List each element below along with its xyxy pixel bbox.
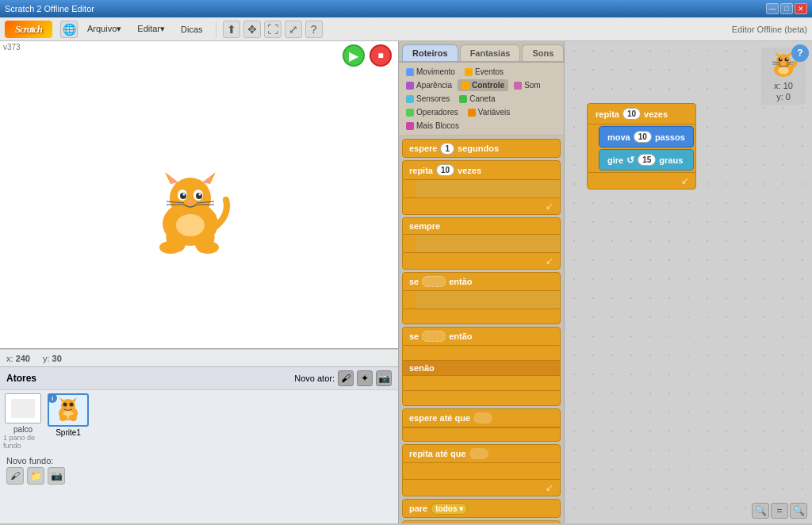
titlebar: Scratch 2 Offline Editor — □ ✕: [0, 0, 812, 17]
sprite-x-coord: x: 10: [774, 81, 793, 90]
caneta-dot: [459, 95, 467, 103]
svg-point-20: [197, 241, 219, 254]
block-se-entao-senao[interactable]: se então senão: [402, 327, 561, 406]
language-button[interactable]: 🌐: [60, 21, 78, 38]
help-icon[interactable]: ?: [305, 21, 323, 38]
svg-point-10: [183, 194, 186, 196]
stage-controls: ▶ ■: [343, 44, 392, 67]
cat-sprite[interactable]: [143, 168, 238, 255]
mais-blocos-dot: [406, 122, 414, 130]
stage-thumbnail[interactable]: palco 1 pano de fundo: [3, 393, 43, 450]
svg-rect-22: [11, 399, 35, 418]
aparencia-dot: [406, 82, 414, 90]
actors-header: Atores Novo ator: 🖌 ✦ 📷: [0, 367, 398, 390]
svg-point-28: [70, 403, 74, 407]
block-sempre[interactable]: sempre ↙: [402, 217, 561, 270]
paint-fundo-button[interactable]: 🖌: [6, 467, 24, 485]
variaveis-dot: [468, 109, 476, 117]
logo-text: Scratch: [15, 23, 42, 36]
svg-point-34: [776, 54, 791, 68]
tab-sons[interactable]: Sons: [522, 44, 564, 61]
novo-fundo-label: Novo fundo:: [6, 456, 53, 466]
svg-point-1: [170, 178, 211, 219]
zoom-reset-button[interactable]: =: [771, 503, 788, 519]
svg-point-39: [780, 58, 782, 59]
add-actor-button[interactable]: ✦: [357, 370, 373, 386]
menu-separator-1: [216, 21, 216, 37]
menu-editar[interactable]: Editar▾: [131, 21, 171, 36]
script-area[interactable]: x: 10 y: 0 ? repita 10 vezes: [565, 41, 812, 523]
novo-fundo-section: Novo fundo: 🖌 📁 📷: [0, 453, 398, 488]
tab-roteiros[interactable]: Roteiros: [402, 44, 458, 61]
tab-fantasias[interactable]: Fantasias: [460, 44, 521, 61]
tabs: Roteiros Fantasias Sons: [399, 41, 564, 63]
zoom-out-button[interactable]: 🔍: [752, 503, 769, 519]
novo-ator-label: Novo ator:: [294, 374, 335, 383]
stage-version-label: v373: [3, 43, 21, 52]
stop-button[interactable]: ■: [370, 44, 392, 67]
block-repita[interactable]: repita 10 vezes ↙: [402, 160, 561, 215]
block-quando-ator[interactable]: quando ator tocar comecar como: [402, 520, 561, 523]
camera-actor-button[interactable]: 📷: [376, 370, 392, 386]
menu-dicas[interactable]: Dicas: [174, 22, 209, 36]
canvas-block-mova[interactable]: mova 10 passos: [599, 126, 694, 148]
svg-point-29: [67, 407, 70, 409]
green-flag-button[interactable]: ▶: [343, 44, 365, 67]
block-pare[interactable]: pare todos ▾: [402, 499, 561, 518]
maximize-button[interactable]: □: [780, 3, 793, 14]
cat-controle[interactable]: Controle: [458, 79, 508, 91]
paint-actor-button[interactable]: 🖌: [338, 370, 354, 386]
minimize-button[interactable]: —: [766, 3, 779, 14]
svg-point-38: [785, 58, 789, 62]
sensores-dot: [406, 95, 414, 103]
scratch-logo: Scratch: [5, 21, 52, 38]
upload-icon[interactable]: ⬆: [223, 21, 240, 38]
actors-panel: Atores Novo ator: 🖌 ✦ 📷 palco 1 pa: [0, 366, 398, 523]
main-area: v373 ▶ ■: [0, 41, 812, 523]
block-espere-ate[interactable]: espere até que: [402, 408, 561, 442]
cat-sensores[interactable]: Sensores: [402, 93, 454, 105]
zoom-in-button[interactable]: 🔍: [790, 503, 807, 519]
cat-mais-blocos[interactable]: Mais Blocos: [402, 120, 463, 132]
right-panel: x: 10 y: 0 ? repita 10 vezes: [565, 41, 812, 523]
editor-label: Editor Offline (beta): [732, 25, 807, 34]
canvas-block-repita[interactable]: repita 10 vezes mova 10 passos: [587, 103, 696, 190]
svg-marker-35: [775, 52, 780, 56]
sprite1-name: Sprite1: [56, 428, 81, 437]
actors-body: palco 1 pano de fundo i: [0, 390, 398, 453]
block-se-entao[interactable]: se então: [402, 272, 561, 324]
camera-fundo-button[interactable]: 📷: [48, 467, 65, 485]
eventos-dot: [465, 68, 473, 76]
blocks-list: espere 1 segundos repita 10 vezes ↙: [399, 136, 564, 523]
cat-eventos[interactable]: Controle Eventos: [461, 66, 508, 78]
canvas-block-gire[interactable]: gire ↺ 15 graus: [599, 149, 694, 171]
operadores-dot: [406, 109, 414, 117]
cat-variaveis[interactable]: Variáveis: [464, 106, 514, 118]
cat-som[interactable]: Som: [510, 79, 545, 91]
cat-movimento[interactable]: Movimento: [402, 66, 459, 78]
stage-coords: x: 240 y: 30: [0, 349, 398, 366]
resize-icon[interactable]: ⤢: [285, 21, 302, 38]
som-dot: [514, 82, 522, 90]
sprite-info-badge[interactable]: i: [48, 393, 57, 403]
fullscreen-icon[interactable]: ⛶: [264, 21, 282, 38]
help-button[interactable]: ?: [791, 44, 809, 62]
move-icon[interactable]: ✥: [243, 21, 261, 38]
movimento-dot: [406, 68, 414, 76]
block-espere[interactable]: espere 1 segundos: [402, 139, 561, 158]
cat-caneta[interactable]: Caneta: [455, 93, 499, 105]
svg-point-40: [787, 58, 788, 59]
sprite-y-coord: y: 0: [776, 92, 791, 102]
block-repita-ate[interactable]: repita até que ↙: [402, 444, 561, 496]
window-controls: — □ ✕: [766, 3, 807, 14]
cat-aparencia[interactable]: Aparência: [402, 79, 456, 91]
cat-operadores[interactable]: Operadores: [402, 106, 462, 118]
center-panel: Roteiros Fantasias Sons Movimento Contro…: [398, 41, 565, 523]
svg-point-19: [159, 241, 182, 254]
actors-title: Atores: [6, 373, 36, 384]
svg-point-21: [176, 214, 205, 236]
close-button[interactable]: ✕: [795, 3, 807, 14]
sprite1-thumbnail[interactable]: i: [46, 393, 90, 450]
menu-arquivo[interactable]: Arquivo▾: [81, 21, 128, 36]
add-fundo-button[interactable]: 📁: [27, 467, 44, 485]
